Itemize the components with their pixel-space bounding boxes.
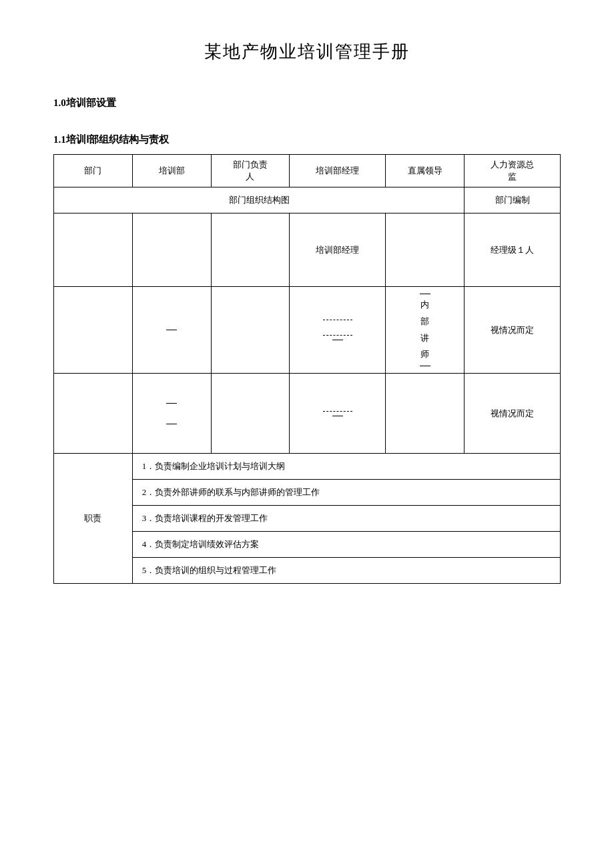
duty-label: 职责 [54, 454, 133, 584]
header-manager: 部门负责 人 [211, 155, 290, 187]
org-row2-col3 [211, 213, 290, 287]
duty-item-2: 2．负责外部讲师的联系与内部讲师的管理工作 [132, 480, 560, 506]
row4-col5 [386, 374, 465, 454]
row4-right-text: 视情况而定 [465, 374, 561, 454]
duty-item-5: 5．负责培训的组织与过程管理工作 [132, 558, 560, 584]
row4-col3 [211, 374, 290, 454]
header-dept-manager: 培训部经理 [290, 155, 386, 187]
row4-col1 [54, 374, 133, 454]
row3-right-text: 视情况而定 [465, 287, 561, 374]
row4-col2 [132, 374, 211, 454]
connector-row3-col5: 内部讲师 [386, 287, 465, 374]
header-training: 培训部 [132, 155, 211, 187]
org-row2-col1 [54, 213, 133, 287]
connector-row3-col2 [132, 287, 211, 374]
page-title: 某地产物业培训管理手册 [53, 40, 561, 63]
subsection-1-1-title: 1.1培训Ⅰ部组织结构与责权 [53, 133, 561, 146]
duty-item-4: 4．负责制定培训绩效评估方案 [132, 532, 560, 558]
manager-level-count: 经理级１人 [465, 213, 561, 287]
connector-row3-col3 [211, 287, 290, 374]
connector-row3-col1 [54, 287, 133, 374]
duty-item-1: 1．负责编制企业培训计划与培训大纲 [132, 454, 560, 480]
dept-establishment-label: 部门编制 [465, 187, 561, 213]
header-dept: 部门 [54, 155, 133, 187]
connector-row3-col4 [290, 287, 386, 374]
org-structure-table: 部门 培训部 部门负责 人 培训部经理 直属领导 人力资源总 监 部门组织结构图… [53, 154, 561, 584]
org-row2-col2 [132, 213, 211, 287]
row4-col4 [290, 374, 386, 454]
section-1-title: 1.0培训部设置 [53, 97, 561, 109]
training-manager-box: 培训部经理 [290, 213, 386, 287]
header-direct-leader: 直属领导 [386, 155, 465, 187]
duty-item-3: 3．负责培训课程的开发管理工作 [132, 506, 560, 532]
org-row2-col5 [386, 213, 465, 287]
header-hr-supervisor: 人力资源总 监 [465, 155, 561, 187]
org-chart-label: 部门组织结构图 [54, 187, 465, 213]
